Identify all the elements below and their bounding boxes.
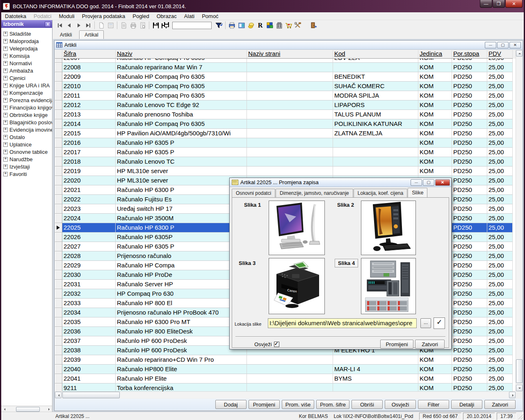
sidebar-item-skladište[interactable]: Skladište bbox=[2, 30, 52, 37]
cell-naziv-strani[interactable] bbox=[247, 91, 333, 100]
print-preview-icon[interactable] bbox=[138, 21, 147, 30]
cell-por-stopa[interactable]: PD250 bbox=[452, 204, 487, 214]
cell-pdv[interactable]: 25,00 bbox=[487, 327, 513, 336]
cell-naziv[interactable]: Računalo HP 6300 P bbox=[116, 223, 247, 233]
cell-naziv[interactable]: HP Pavilion AiO/AMD/4gb/500gb/7310/Wi bbox=[116, 129, 247, 138]
cell-kod[interactable]: MODRA SPILJA bbox=[333, 91, 418, 100]
reports-r-icon[interactable] bbox=[256, 21, 265, 30]
cell-naziv[interactable]: Računalo HP Compaq Pro 6305 bbox=[116, 91, 247, 100]
cell-jedinica[interactable]: KOM bbox=[418, 59, 452, 63]
scroll-left-icon[interactable] bbox=[1, 406, 8, 413]
expand-icon[interactable] bbox=[3, 157, 8, 162]
cell-naziv-strani[interactable] bbox=[247, 383, 333, 391]
cell--ifra[interactable]: 22037 bbox=[62, 336, 116, 346]
column-header-kod[interactable]: Kod bbox=[333, 50, 418, 58]
cell-por-stopa[interactable]: PD250 bbox=[452, 176, 487, 185]
sidebar-item-financijsko-knjigov[interactable]: Financijsko knjigov bbox=[2, 104, 52, 111]
toolbar-search-input[interactable] bbox=[172, 22, 212, 29]
cell-pdv[interactable]: 25,00 bbox=[487, 110, 513, 119]
cell-naziv[interactable]: HP Compaq Pro 630 bbox=[116, 289, 247, 299]
cell-naziv[interactable]: Računalo HP 6305 P bbox=[116, 138, 247, 148]
sidebar-item-cjenici[interactable]: Cjenici bbox=[2, 74, 52, 82]
cell-por-stopa[interactable]: PD250 bbox=[452, 59, 487, 63]
row-selector[interactable] bbox=[55, 185, 62, 195]
menu-provjera-podataka[interactable]: Provjera podataka bbox=[78, 12, 129, 20]
cell-pdv[interactable]: 25,00 bbox=[487, 346, 513, 355]
row-selector[interactable] bbox=[55, 261, 62, 270]
cell-pdv[interactable]: 25,00 bbox=[487, 355, 513, 365]
scroll-right-icon[interactable] bbox=[509, 392, 516, 398]
sidebar-item-evidencija-imovine[interactable]: Evidencija imovine bbox=[2, 126, 52, 133]
orders-cart-icon[interactable] bbox=[284, 21, 293, 30]
cell-naziv[interactable]: Računlo HP 600 ProDesk bbox=[116, 336, 247, 346]
row-selector[interactable] bbox=[55, 204, 62, 214]
row-selector[interactable] bbox=[55, 233, 62, 242]
cell-kod[interactable]: SUHAČ KOMERC bbox=[333, 82, 418, 91]
row-selector[interactable] bbox=[55, 72, 62, 82]
button-zatvori[interactable]: Zatvori bbox=[484, 400, 516, 409]
cell-kod[interactable]: POLIKLINIKA KATUNAR bbox=[333, 119, 418, 129]
cell-pdv[interactable]: 25,00 bbox=[487, 195, 513, 204]
vscroll-thumb[interactable] bbox=[516, 359, 523, 383]
card-file-icon[interactable] bbox=[237, 21, 246, 30]
expand-icon[interactable] bbox=[3, 68, 8, 73]
cell-pdv[interactable]: 25,00 bbox=[487, 157, 513, 167]
scroll-thumb[interactable] bbox=[16, 407, 40, 412]
cell-naziv[interactable]: Računalo reparirano+CD Win 7 Pro bbox=[116, 355, 247, 365]
row-selector[interactable] bbox=[55, 374, 62, 383]
scroll-left-icon[interactable] bbox=[55, 392, 62, 398]
cell-pdv[interactable]: 25,00 bbox=[487, 91, 513, 100]
button-dodaj[interactable]: Dodaj bbox=[215, 400, 247, 409]
table-row[interactable]: 22007Računalo HP Compaq Pro 6305LOV ZLAK… bbox=[55, 59, 516, 63]
cell-naziv[interactable]: Računalo HP 800 EliteDesk bbox=[116, 327, 247, 336]
cell-pdv[interactable]: 25,00 bbox=[487, 251, 513, 261]
row-selector[interactable] bbox=[55, 299, 62, 308]
cell-jedinica[interactable]: KOM bbox=[418, 100, 452, 110]
save-all-icon[interactable] bbox=[160, 21, 170, 30]
expand-icon[interactable] bbox=[3, 32, 8, 36]
row-selector[interactable] bbox=[55, 129, 62, 138]
row-selector[interactable] bbox=[55, 383, 62, 391]
cell-por-stopa[interactable]: PD250 bbox=[452, 251, 487, 261]
cell--ifra[interactable]: 22007 bbox=[62, 59, 116, 63]
sidebar-close-icon[interactable]: x bbox=[45, 21, 51, 27]
cell--ifra[interactable]: 22032 bbox=[62, 289, 116, 299]
slika2-image[interactable] bbox=[361, 201, 416, 255]
cell-pdv[interactable]: 25,00 bbox=[487, 317, 513, 327]
restore-button[interactable]: ❐ bbox=[493, 0, 505, 8]
button-promijeni[interactable]: Promijeni bbox=[249, 400, 280, 409]
dialog-minimize-button[interactable] bbox=[411, 179, 422, 186]
row-selector[interactable] bbox=[55, 195, 62, 204]
cell-naziv[interactable]: Računalo HP 6305 P bbox=[116, 148, 247, 157]
row-selector[interactable] bbox=[55, 82, 62, 91]
dialog-maximize-button[interactable] bbox=[423, 179, 434, 186]
cell-pdv[interactable]: 25,00 bbox=[487, 223, 513, 233]
column-header-naziv[interactable]: Naziv bbox=[116, 50, 247, 58]
menu-podatci[interactable]: Podatci bbox=[30, 12, 55, 20]
cell--ifra[interactable]: 22019 bbox=[62, 167, 116, 176]
table-row[interactable]: 22040Računalo HP800 EliteMAR-LI 4KOMPD25… bbox=[55, 365, 516, 374]
sidebar-hscrollbar[interactable] bbox=[1, 406, 52, 412]
cell--ifra[interactable]: 22027 bbox=[62, 242, 116, 251]
cell-jedinica[interactable]: KOM bbox=[418, 167, 452, 176]
cell-por-stopa[interactable]: PD250 bbox=[452, 289, 487, 299]
row-selector[interactable] bbox=[55, 138, 62, 148]
table-row[interactable]: 22012Računalo Lenovo TC Edge 92LIPAPORSK… bbox=[55, 100, 516, 110]
table-row[interactable]: 22017Računalo HP 6305 PKOMPD25025,00 bbox=[55, 148, 516, 157]
cell--ifra[interactable]: 22008 bbox=[62, 63, 116, 72]
cell-naziv[interactable]: Računalo HP 6300 P bbox=[116, 185, 247, 195]
cell-por-stopa[interactable]: PD250 bbox=[452, 261, 487, 270]
cell--ifra[interactable]: 22017 bbox=[62, 148, 116, 157]
cell-naziv[interactable]: Računalo HP 3500M bbox=[116, 214, 247, 223]
cell--ifra[interactable]: 22040 bbox=[62, 365, 116, 374]
cell--ifra[interactable]: 22038 bbox=[62, 346, 116, 355]
company-building-icon[interactable] bbox=[274, 21, 284, 30]
expand-icon[interactable] bbox=[3, 172, 8, 176]
expand-icon[interactable] bbox=[3, 91, 8, 95]
cell-naziv[interactable]: Uređaj switch HP 17 bbox=[116, 204, 247, 214]
cell-naziv[interactable]: Računalo Lenovo TC bbox=[116, 157, 247, 167]
table-row[interactable]: 22016Računalo HP 6305 PKOMPD25025,00 bbox=[55, 138, 516, 148]
cell-por-stopa[interactable]: PD250 bbox=[452, 223, 487, 233]
cell-pdv[interactable]: 25,00 bbox=[487, 119, 513, 129]
cell-naziv-strani[interactable] bbox=[247, 365, 333, 374]
